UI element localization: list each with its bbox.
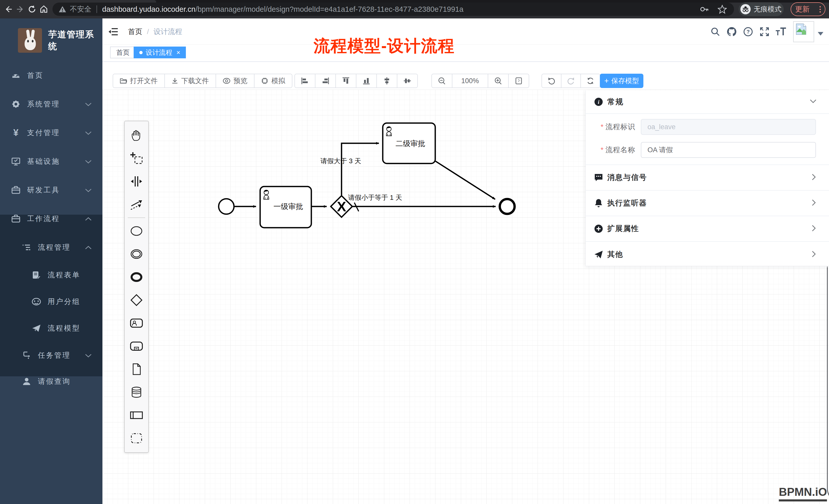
security-label[interactable]: 不安全	[70, 4, 92, 14]
sidebar-item-system[interactable]: 系统管理	[0, 90, 102, 118]
create-data-object[interactable]	[125, 358, 148, 381]
zoom-reset-button[interactable]	[509, 74, 529, 87]
avatar[interactable]	[793, 21, 814, 42]
svg-text:i: i	[598, 99, 600, 105]
sidebar: 芋道管理系统 首页 系统管理 ¥ 支付管理 基础设施 研发工具	[0, 18, 102, 504]
global-connect-tool[interactable]	[125, 193, 148, 216]
create-subprocess[interactable]	[125, 335, 148, 358]
browser-update-button[interactable]: 更新	[791, 2, 825, 16]
panel-section-extended-attributes[interactable]: 扩展属性	[586, 216, 829, 242]
forward-icon[interactable]	[15, 4, 25, 14]
align-left-button[interactable]	[295, 74, 316, 87]
sidebar-item-leave-query[interactable]: 请假查询	[0, 367, 102, 396]
task2-label: 二级审批	[396, 140, 425, 148]
edge-label-le1day[interactable]: 请假小于等于 1 天	[348, 194, 402, 201]
sidebar-item-workflow[interactable]: 工作流程	[0, 204, 102, 233]
sidebar-item-process-form[interactable]: 流程表单	[0, 262, 102, 288]
avatar-caret-icon[interactable]	[818, 32, 823, 36]
undo-button[interactable]	[542, 74, 562, 87]
align-center-horizontal-button[interactable]	[397, 74, 417, 87]
redo-button[interactable]	[562, 74, 581, 87]
save-model-button[interactable]: + 保存模型	[600, 74, 643, 88]
user-task-level2[interactable]: 二级审批	[383, 123, 435, 163]
browser-menu-icon[interactable]	[820, 6, 821, 12]
flow-gateway-to-task2[interactable]	[341, 143, 379, 195]
zoom-in-button[interactable]	[488, 74, 509, 87]
panel-section-other[interactable]: 其他	[586, 242, 829, 267]
zoom-out-button[interactable]	[432, 74, 453, 87]
panel-section-messages-signals[interactable]: 消息与信号	[586, 165, 829, 191]
url-path[interactable]: /bpm/manager/model/design?modelId=e4a1a1…	[195, 5, 463, 13]
message-icon	[594, 173, 603, 182]
bpmnio-logo[interactable]: BPMN.iO	[779, 486, 827, 501]
zoom-level[interactable]: 100%	[453, 74, 488, 87]
password-key-icon[interactable]	[700, 5, 709, 14]
space-tool[interactable]	[125, 170, 148, 193]
restart-button[interactable]	[581, 74, 600, 87]
chevron-down-icon[interactable]	[809, 99, 817, 105]
incognito-label: 无痕模式	[754, 5, 781, 14]
create-gateway[interactable]	[125, 288, 148, 312]
sidebar-item-process-management[interactable]: 流程管理	[0, 233, 102, 262]
create-participant[interactable]	[125, 404, 148, 427]
create-group[interactable]	[125, 427, 148, 450]
tab-home[interactable]: 首页	[110, 46, 136, 58]
create-end-event[interactable]	[125, 266, 148, 288]
align-top-button[interactable]	[336, 74, 356, 87]
sidebar-item-task-management[interactable]: 任务管理	[0, 341, 102, 370]
sidebar-item-dev-tools[interactable]: 研发工具	[0, 176, 102, 204]
sidebar-item-process-model[interactable]: 流程模型	[0, 315, 102, 342]
lasso-tool[interactable]	[125, 147, 148, 170]
sidebar-item-user-groups[interactable]: 用户分组	[0, 288, 102, 315]
chevron-down-icon	[85, 157, 92, 165]
back-icon[interactable]	[4, 4, 13, 14]
edge-label-gt3days[interactable]: 请假大于 3 天	[321, 157, 361, 165]
chevron-up-icon	[85, 243, 92, 251]
url-host[interactable]: dashboard.yudao.iocoder.cn	[102, 5, 195, 13]
create-start-event[interactable]	[125, 220, 148, 242]
bell-icon	[594, 198, 603, 208]
align-center-vertical-button[interactable]	[377, 74, 397, 87]
chevron-right-icon	[812, 199, 816, 207]
flow-task2-to-end[interactable]	[435, 161, 495, 199]
update-label[interactable]: 更新	[795, 4, 809, 14]
home-icon[interactable]	[39, 4, 49, 14]
breadcrumb-home[interactable]: 首页	[128, 27, 142, 37]
sidebar-logo-row[interactable]: 芋道管理系统	[0, 23, 102, 58]
browser-active-tab[interactable]	[0, 0, 156, 3]
panel-section-execution-listener[interactable]: 执行监听器	[586, 191, 829, 216]
start-event[interactable]	[219, 199, 234, 214]
create-intermediate-event[interactable]	[125, 242, 148, 266]
preview-button[interactable]: 预览	[216, 74, 254, 87]
end-event[interactable]	[500, 199, 515, 214]
process-name-label: 流程名称	[606, 145, 635, 155]
breadcrumb-separator: /	[147, 28, 149, 36]
align-right-button[interactable]	[316, 74, 336, 87]
process-name-input[interactable]	[641, 142, 816, 158]
create-data-store[interactable]	[125, 381, 148, 404]
create-user-task[interactable]	[125, 312, 148, 335]
process-key-input[interactable]	[641, 119, 816, 135]
open-file-button[interactable]: 打开文件	[113, 74, 165, 87]
url-bar[interactable]: 不安全 dashboard.yudao.iocoder.cn/bpm/manag…	[52, 3, 734, 16]
bookmark-star-icon[interactable]	[718, 5, 727, 14]
simulate-button[interactable]: 模拟	[254, 74, 292, 87]
sidebar-item-infrastructure[interactable]: 基础设施	[0, 147, 102, 176]
sidebar-item-payment[interactable]: ¥ 支付管理	[0, 118, 102, 147]
close-tab-icon[interactable]: ×	[176, 49, 180, 56]
help-icon[interactable]: ?	[740, 24, 756, 40]
hand-tool[interactable]	[125, 124, 148, 147]
github-icon[interactable]	[723, 24, 740, 40]
download-file-button[interactable]: 下载文件	[165, 74, 216, 87]
collapse-sidebar-icon[interactable]	[109, 27, 118, 37]
search-icon[interactable]	[707, 24, 723, 40]
user-task-level1[interactable]: 一级审批	[260, 187, 311, 228]
breadcrumb-current: 设计流程	[154, 27, 182, 37]
tab-design-process[interactable]: 设计流程 ×	[134, 46, 186, 58]
sidebar-item-home[interactable]: 首页	[0, 61, 102, 90]
panel-section-general[interactable]: i 常规	[586, 90, 829, 114]
reload-icon[interactable]	[27, 4, 37, 14]
fullscreen-icon[interactable]	[756, 24, 773, 40]
font-size-icon[interactable]	[773, 24, 789, 40]
align-bottom-button[interactable]	[356, 74, 377, 87]
